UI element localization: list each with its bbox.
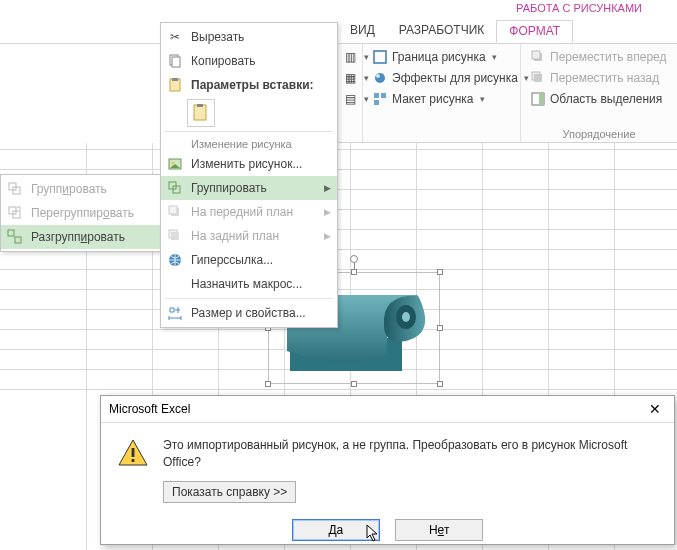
picture-layout-button[interactable]: Макет рисунка▾ [369,90,514,108]
arrange-group-label: Упорядочение [521,128,677,140]
menu-change-picture[interactable]: Изменить рисунок... [161,152,337,176]
menu-cut[interactable]: ✂ Вырезать [161,25,337,49]
bring-forward-label: Переместить вперед [550,50,666,64]
picture-layout-label: Макет рисунка [392,92,474,106]
menu-copy-label: Копировать [191,54,256,68]
menu-hyperlink[interactable]: Гиперссылка... [161,248,337,272]
svg-rect-24 [194,105,206,120]
submenu-arrow-icon: ▶ [324,183,331,193]
selection-pane-button[interactable]: Область выделения [527,90,671,108]
cut-icon: ✂ [167,29,183,45]
dialog-yes-button[interactable]: Да [292,519,380,541]
resize-handle-tm[interactable] [351,269,357,275]
ungroup-icon [7,229,23,245]
dialog-close-button[interactable]: ✕ [644,401,666,417]
svg-point-1 [375,73,385,83]
resize-handle-tr[interactable] [437,269,443,275]
split-button-2[interactable]: ▦▾ [339,69,356,87]
hyperlink-icon [167,252,183,268]
picture-border-label: Граница рисунка [392,50,486,64]
dialog-message: Это импортированный рисунок, а не группа… [163,437,658,471]
menu-assign-macro[interactable]: Назначить макрос... [161,272,337,296]
svg-point-27 [172,162,175,165]
bring-forward-icon [530,49,546,65]
split-button-3[interactable]: ▤▾ [339,90,356,108]
svg-rect-0 [374,51,386,63]
svg-rect-18 [8,230,14,236]
group-submenu: Группировать Перегруппировать Разгруппир… [0,174,161,252]
svg-rect-25 [197,104,203,107]
group-icon [7,181,23,197]
tab-format[interactable]: ФОРМАТ [496,20,573,43]
submenu-regroup-label: Перегруппировать [31,206,134,220]
picture-layout-icon [372,91,388,107]
menu-size-properties[interactable]: Размер и свойства... [161,301,337,325]
context-menu: ✂ Вырезать Копировать Параметры вставки:… [160,22,338,328]
menu-change-picture-title: Изменение рисунка [161,134,337,152]
menu-assign-macro-label: Назначить макрос... [191,277,302,291]
selection-pane-icon [530,91,546,107]
svg-rect-9 [534,74,542,82]
resize-handle-bl[interactable] [265,381,271,387]
submenu-regroup[interactable]: Перегруппировать [1,201,160,225]
menu-bring-front-label: На передний план [191,205,293,219]
dialog-no-label: Нет [429,523,449,537]
menu-send-back[interactable]: На задний план ▶ [161,224,337,248]
ribbon-content: ▥▾ ▦▾ ▤▾ Граница рисунка▾ Эффекты для ри… [333,44,677,143]
tab-developer[interactable]: РАЗРАБОТЧИК [387,20,497,43]
picture-border-button[interactable]: Граница рисунка▾ [369,48,514,66]
menu-group[interactable]: Группировать ▶ [161,176,337,200]
menu-paste-options-label: Параметры вставки: [191,78,314,92]
close-icon: ✕ [649,401,661,417]
split-button-1[interactable]: ▥▾ [339,48,356,66]
paste-option-button[interactable] [187,99,215,127]
menu-size-props-label: Размер и свойства... [191,306,306,320]
svg-rect-11 [539,93,544,105]
svg-rect-5 [374,100,379,105]
dialog-no-button[interactable]: Нет [395,519,483,541]
send-back-icon [167,228,183,244]
selection-pane-label: Область выделения [550,92,662,106]
ribbon-tabs: ВИД РАЗРАБОТЧИК ФОРМАТ [0,20,677,44]
bring-forward-button[interactable]: Переместить вперед [527,48,671,66]
svg-rect-35 [132,448,135,457]
picture-effects-icon [372,70,388,86]
submenu-ungroup-label: Разгруппировать [31,230,125,244]
submenu-group[interactable]: Группировать [1,177,160,201]
bring-front-icon [167,204,183,220]
send-backward-button[interactable]: Переместить назад [527,69,671,87]
menu-copy[interactable]: Копировать [161,49,337,73]
submenu-ungroup[interactable]: Разгруппировать [1,225,160,249]
picture-effects-button[interactable]: Эффекты для рисунка▾ [369,69,514,87]
svg-rect-23 [172,78,178,81]
dialog-yes-label: Да [328,523,343,537]
svg-rect-3 [374,93,379,98]
menu-hyperlink-label: Гиперссылка... [191,253,273,267]
resize-handle-bm[interactable] [351,381,357,387]
resize-handle-br[interactable] [437,381,443,387]
warning-icon [117,437,149,469]
svg-rect-31 [169,206,177,214]
menu-send-back-label: На задний план [191,229,279,243]
svg-rect-33 [171,232,179,240]
svg-point-2 [376,74,380,78]
dialog-title: Microsoft Excel [109,402,190,416]
ribbon-context-title: РАБОТА С РИСУНКАМИ [502,0,656,20]
show-help-button[interactable]: Показать справку >> [163,481,296,504]
svg-rect-36 [132,459,135,462]
message-dialog: Microsoft Excel ✕ Это импортированный ри… [100,395,675,545]
resize-handle-mr[interactable] [437,325,443,331]
rotate-handle[interactable] [350,255,358,263]
submenu-group-label: Группировать [31,182,107,196]
macro-icon [167,276,183,292]
svg-rect-7 [532,51,540,59]
copy-icon [167,53,183,69]
picture-border-icon [372,49,388,65]
menu-bring-front[interactable]: На передний план ▶ [161,200,337,224]
submenu-arrow-icon: ▶ [324,231,331,241]
svg-rect-21 [172,57,180,67]
regroup-icon [7,205,23,221]
menu-change-picture-label: Изменить рисунок... [191,157,302,171]
picture-effects-label: Эффекты для рисунка [392,71,518,85]
tab-view[interactable]: ВИД [338,20,387,43]
